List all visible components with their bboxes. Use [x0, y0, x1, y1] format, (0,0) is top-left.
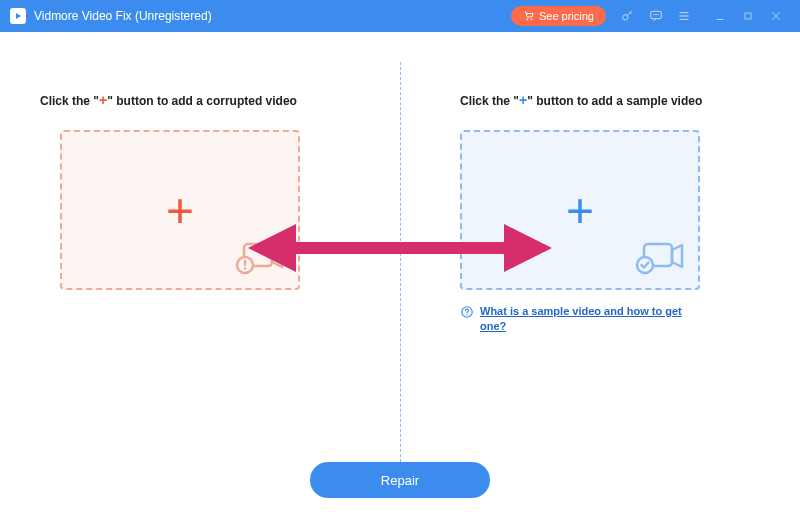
- close-button[interactable]: [762, 3, 790, 29]
- svg-point-3: [623, 15, 628, 20]
- sample-video-help-link[interactable]: What is a sample video and how to get on…: [480, 304, 700, 335]
- titlebar: Vidmore Video Fix (Unregistered) See pri…: [0, 0, 800, 32]
- plus-icon: +: [566, 183, 594, 238]
- see-pricing-button[interactable]: See pricing: [511, 6, 606, 26]
- pricing-label: See pricing: [539, 10, 594, 22]
- app-title: Vidmore Video Fix (Unregistered): [34, 9, 511, 23]
- repair-button[interactable]: Repair: [310, 462, 490, 498]
- svg-point-5: [654, 14, 655, 15]
- key-icon[interactable]: [615, 3, 641, 29]
- sample-panel-label: Click the "+" button to add a sample vid…: [460, 92, 702, 108]
- footer: Repair: [0, 462, 800, 498]
- app-logo-icon: [10, 8, 26, 24]
- svg-rect-8: [745, 13, 751, 19]
- svg-point-11: [244, 267, 246, 269]
- svg-marker-0: [16, 13, 21, 19]
- plus-icon-blue: +: [519, 92, 527, 108]
- sample-video-panel: Click the "+" button to add a sample vid…: [460, 92, 760, 335]
- camera-alert-icon: [234, 236, 290, 280]
- window-controls: [706, 3, 790, 29]
- plus-icon: +: [166, 183, 194, 238]
- maximize-button[interactable]: [734, 3, 762, 29]
- add-sample-video-dropzone[interactable]: +: [460, 130, 700, 290]
- main-content: Click the "+" button to add a corrupted …: [0, 32, 800, 462]
- minimize-button[interactable]: [706, 3, 734, 29]
- svg-point-7: [658, 14, 659, 15]
- help-row: What is a sample video and how to get on…: [460, 304, 700, 335]
- help-icon: [460, 305, 474, 323]
- add-corrupted-video-dropzone[interactable]: +: [60, 130, 300, 290]
- svg-point-6: [656, 14, 657, 15]
- svg-point-15: [466, 314, 467, 315]
- corrupted-panel-label: Click the "+" button to add a corrupted …: [40, 92, 340, 108]
- menu-icon[interactable]: [671, 3, 697, 29]
- svg-point-2: [531, 19, 533, 21]
- cart-icon: [523, 10, 535, 22]
- plus-icon-red: +: [99, 92, 107, 108]
- svg-point-1: [527, 19, 529, 21]
- camera-check-icon: [634, 236, 690, 280]
- feedback-icon[interactable]: [643, 3, 669, 29]
- vertical-divider: [400, 62, 401, 462]
- corrupted-video-panel: Click the "+" button to add a corrupted …: [40, 92, 340, 335]
